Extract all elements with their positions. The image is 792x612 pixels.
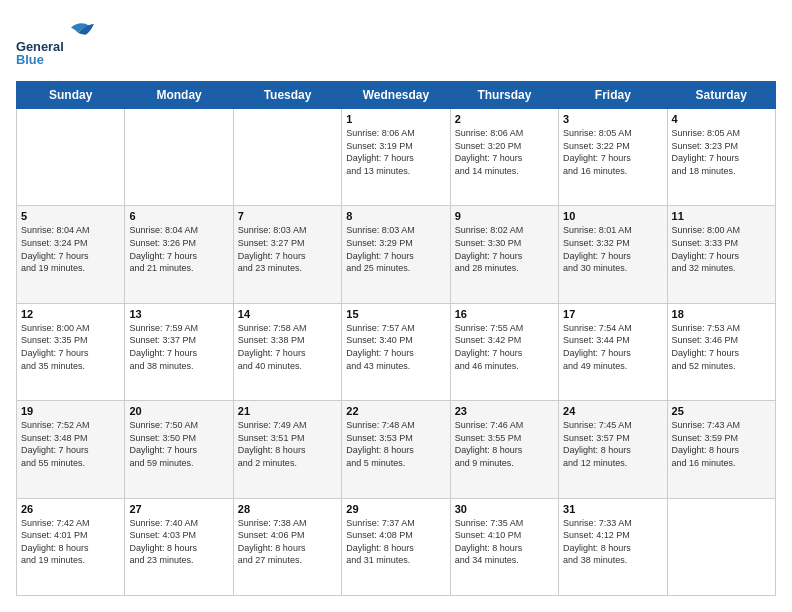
- day-cell: 7Sunrise: 8:03 AMSunset: 3:27 PMDaylight…: [233, 206, 341, 303]
- day-cell: [125, 109, 233, 206]
- day-number: 5: [21, 210, 120, 222]
- day-info: Sunrise: 7:33 AMSunset: 4:12 PMDaylight:…: [563, 517, 662, 567]
- calendar-table: SundayMondayTuesdayWednesdayThursdayFrid…: [16, 81, 776, 596]
- day-info: Sunrise: 7:35 AMSunset: 4:10 PMDaylight:…: [455, 517, 554, 567]
- day-number: 1: [346, 113, 445, 125]
- day-cell: 22Sunrise: 7:48 AMSunset: 3:53 PMDayligh…: [342, 401, 450, 498]
- day-info: Sunrise: 7:37 AMSunset: 4:08 PMDaylight:…: [346, 517, 445, 567]
- day-number: 28: [238, 503, 337, 515]
- day-number: 16: [455, 308, 554, 320]
- day-number: 17: [563, 308, 662, 320]
- day-number: 27: [129, 503, 228, 515]
- day-number: 7: [238, 210, 337, 222]
- weekday-monday: Monday: [125, 82, 233, 109]
- day-number: 24: [563, 405, 662, 417]
- day-number: 8: [346, 210, 445, 222]
- day-cell: 14Sunrise: 7:58 AMSunset: 3:38 PMDayligh…: [233, 303, 341, 400]
- weekday-thursday: Thursday: [450, 82, 558, 109]
- day-info: Sunrise: 8:03 AMSunset: 3:27 PMDaylight:…: [238, 224, 337, 274]
- day-info: Sunrise: 7:42 AMSunset: 4:01 PMDaylight:…: [21, 517, 120, 567]
- day-info: Sunrise: 7:58 AMSunset: 3:38 PMDaylight:…: [238, 322, 337, 372]
- day-info: Sunrise: 7:54 AMSunset: 3:44 PMDaylight:…: [563, 322, 662, 372]
- day-cell: 20Sunrise: 7:50 AMSunset: 3:50 PMDayligh…: [125, 401, 233, 498]
- day-cell: 24Sunrise: 7:45 AMSunset: 3:57 PMDayligh…: [559, 401, 667, 498]
- day-info: Sunrise: 7:38 AMSunset: 4:06 PMDaylight:…: [238, 517, 337, 567]
- day-number: 10: [563, 210, 662, 222]
- day-cell: 2Sunrise: 8:06 AMSunset: 3:20 PMDaylight…: [450, 109, 558, 206]
- day-info: Sunrise: 8:05 AMSunset: 3:23 PMDaylight:…: [672, 127, 771, 177]
- day-number: 15: [346, 308, 445, 320]
- week-row-4: 19Sunrise: 7:52 AMSunset: 3:48 PMDayligh…: [17, 401, 776, 498]
- day-number: 14: [238, 308, 337, 320]
- logo-svg: General Blue: [16, 16, 126, 71]
- day-info: Sunrise: 7:59 AMSunset: 3:37 PMDaylight:…: [129, 322, 228, 372]
- day-number: 18: [672, 308, 771, 320]
- day-number: 21: [238, 405, 337, 417]
- day-cell: 10Sunrise: 8:01 AMSunset: 3:32 PMDayligh…: [559, 206, 667, 303]
- day-cell: 30Sunrise: 7:35 AMSunset: 4:10 PMDayligh…: [450, 498, 558, 595]
- day-cell: 27Sunrise: 7:40 AMSunset: 4:03 PMDayligh…: [125, 498, 233, 595]
- day-number: 31: [563, 503, 662, 515]
- day-number: 29: [346, 503, 445, 515]
- day-info: Sunrise: 7:52 AMSunset: 3:48 PMDaylight:…: [21, 419, 120, 469]
- day-cell: [667, 498, 775, 595]
- weekday-header-row: SundayMondayTuesdayWednesdayThursdayFrid…: [17, 82, 776, 109]
- day-number: 6: [129, 210, 228, 222]
- day-info: Sunrise: 7:55 AMSunset: 3:42 PMDaylight:…: [455, 322, 554, 372]
- week-row-5: 26Sunrise: 7:42 AMSunset: 4:01 PMDayligh…: [17, 498, 776, 595]
- logo: General Blue: [16, 16, 126, 71]
- day-info: Sunrise: 7:53 AMSunset: 3:46 PMDaylight:…: [672, 322, 771, 372]
- day-cell: 21Sunrise: 7:49 AMSunset: 3:51 PMDayligh…: [233, 401, 341, 498]
- day-number: 3: [563, 113, 662, 125]
- day-cell: [17, 109, 125, 206]
- day-info: Sunrise: 8:03 AMSunset: 3:29 PMDaylight:…: [346, 224, 445, 274]
- day-cell: 8Sunrise: 8:03 AMSunset: 3:29 PMDaylight…: [342, 206, 450, 303]
- day-number: 19: [21, 405, 120, 417]
- weekday-friday: Friday: [559, 82, 667, 109]
- day-number: 4: [672, 113, 771, 125]
- header: General Blue: [16, 16, 776, 71]
- day-cell: 16Sunrise: 7:55 AMSunset: 3:42 PMDayligh…: [450, 303, 558, 400]
- day-info: Sunrise: 7:50 AMSunset: 3:50 PMDaylight:…: [129, 419, 228, 469]
- day-cell: 28Sunrise: 7:38 AMSunset: 4:06 PMDayligh…: [233, 498, 341, 595]
- day-cell: 1Sunrise: 8:06 AMSunset: 3:19 PMDaylight…: [342, 109, 450, 206]
- day-cell: 3Sunrise: 8:05 AMSunset: 3:22 PMDaylight…: [559, 109, 667, 206]
- day-cell: 4Sunrise: 8:05 AMSunset: 3:23 PMDaylight…: [667, 109, 775, 206]
- day-cell: 31Sunrise: 7:33 AMSunset: 4:12 PMDayligh…: [559, 498, 667, 595]
- day-cell: 25Sunrise: 7:43 AMSunset: 3:59 PMDayligh…: [667, 401, 775, 498]
- day-number: 30: [455, 503, 554, 515]
- day-info: Sunrise: 7:48 AMSunset: 3:53 PMDaylight:…: [346, 419, 445, 469]
- weekday-sunday: Sunday: [17, 82, 125, 109]
- day-info: Sunrise: 7:46 AMSunset: 3:55 PMDaylight:…: [455, 419, 554, 469]
- day-cell: 5Sunrise: 8:04 AMSunset: 3:24 PMDaylight…: [17, 206, 125, 303]
- day-cell: 23Sunrise: 7:46 AMSunset: 3:55 PMDayligh…: [450, 401, 558, 498]
- week-row-1: 1Sunrise: 8:06 AMSunset: 3:19 PMDaylight…: [17, 109, 776, 206]
- week-row-3: 12Sunrise: 8:00 AMSunset: 3:35 PMDayligh…: [17, 303, 776, 400]
- day-cell: 26Sunrise: 7:42 AMSunset: 4:01 PMDayligh…: [17, 498, 125, 595]
- day-number: 22: [346, 405, 445, 417]
- day-cell: 18Sunrise: 7:53 AMSunset: 3:46 PMDayligh…: [667, 303, 775, 400]
- day-number: 23: [455, 405, 554, 417]
- day-cell: 19Sunrise: 7:52 AMSunset: 3:48 PMDayligh…: [17, 401, 125, 498]
- day-number: 9: [455, 210, 554, 222]
- day-info: Sunrise: 8:02 AMSunset: 3:30 PMDaylight:…: [455, 224, 554, 274]
- day-cell: 11Sunrise: 8:00 AMSunset: 3:33 PMDayligh…: [667, 206, 775, 303]
- day-info: Sunrise: 8:06 AMSunset: 3:20 PMDaylight:…: [455, 127, 554, 177]
- day-info: Sunrise: 8:04 AMSunset: 3:24 PMDaylight:…: [21, 224, 120, 274]
- day-info: Sunrise: 8:00 AMSunset: 3:35 PMDaylight:…: [21, 322, 120, 372]
- day-number: 12: [21, 308, 120, 320]
- day-info: Sunrise: 8:01 AMSunset: 3:32 PMDaylight:…: [563, 224, 662, 274]
- day-number: 2: [455, 113, 554, 125]
- day-cell: 9Sunrise: 8:02 AMSunset: 3:30 PMDaylight…: [450, 206, 558, 303]
- day-info: Sunrise: 8:00 AMSunset: 3:33 PMDaylight:…: [672, 224, 771, 274]
- day-info: Sunrise: 7:45 AMSunset: 3:57 PMDaylight:…: [563, 419, 662, 469]
- day-info: Sunrise: 8:05 AMSunset: 3:22 PMDaylight:…: [563, 127, 662, 177]
- day-number: 13: [129, 308, 228, 320]
- day-info: Sunrise: 7:43 AMSunset: 3:59 PMDaylight:…: [672, 419, 771, 469]
- day-number: 25: [672, 405, 771, 417]
- day-cell: 17Sunrise: 7:54 AMSunset: 3:44 PMDayligh…: [559, 303, 667, 400]
- day-info: Sunrise: 8:06 AMSunset: 3:19 PMDaylight:…: [346, 127, 445, 177]
- day-info: Sunrise: 8:04 AMSunset: 3:26 PMDaylight:…: [129, 224, 228, 274]
- day-cell: [233, 109, 341, 206]
- day-info: Sunrise: 7:40 AMSunset: 4:03 PMDaylight:…: [129, 517, 228, 567]
